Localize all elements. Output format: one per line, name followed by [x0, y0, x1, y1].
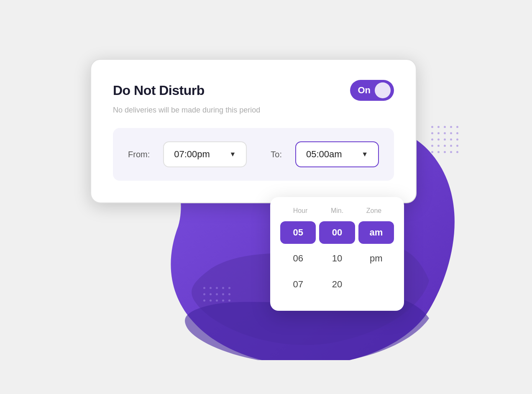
- to-time-value: 05:00am: [306, 149, 342, 160]
- hour-07[interactable]: 07: [280, 273, 316, 296]
- min-00[interactable]: 00: [319, 221, 355, 244]
- min-col-label: Min.: [319, 207, 356, 215]
- hour-05[interactable]: 05: [280, 221, 316, 244]
- to-time-dropdown[interactable]: 05:00am ▼: [295, 141, 379, 167]
- dnd-toggle[interactable]: On: [350, 80, 394, 101]
- from-chevron-icon: ▼: [229, 151, 236, 158]
- to-chevron-icon: ▼: [361, 151, 368, 158]
- min-10[interactable]: 10: [319, 247, 355, 270]
- do-not-disturb-card: Do Not Disturb On No deliveries will be …: [90, 59, 417, 203]
- from-time-dropdown[interactable]: 07:00pm ▼: [163, 141, 247, 167]
- picker-row-3: 07 20: [279, 273, 396, 296]
- toggle-knob: [375, 82, 391, 98]
- picker-header: Hour Min. Zone: [279, 207, 396, 215]
- dots-bottom: [203, 287, 230, 302]
- time-picker-popup: Hour Min. Zone 05 00 am 06 10 pm 07 20: [270, 197, 404, 311]
- zone-empty: [358, 273, 394, 296]
- zone-pm[interactable]: pm: [358, 247, 394, 270]
- card-title: Do Not Disturb: [113, 83, 205, 98]
- zone-am[interactable]: am: [358, 221, 394, 244]
- scene: Do Not Disturb On No deliveries will be …: [78, 34, 454, 360]
- from-time-value: 07:00pm: [174, 149, 210, 160]
- zone-col-label: Zone: [356, 207, 392, 215]
- from-label: From:: [128, 150, 150, 159]
- min-20[interactable]: 20: [319, 273, 355, 296]
- hour-col-label: Hour: [282, 207, 319, 215]
- hour-06[interactable]: 06: [280, 247, 316, 270]
- picker-row-2: 06 10 pm: [279, 247, 396, 270]
- card-header: Do Not Disturb On: [113, 80, 394, 101]
- toggle-label: On: [358, 85, 371, 96]
- card-subtitle: No deliveries will be made during this p…: [113, 106, 394, 115]
- time-selection-area: From: 07:00pm ▼ To: 05:00am ▼: [113, 128, 394, 181]
- to-label: To:: [271, 150, 282, 159]
- dots-right: [431, 126, 458, 153]
- picker-row-1: 05 00 am: [279, 221, 396, 244]
